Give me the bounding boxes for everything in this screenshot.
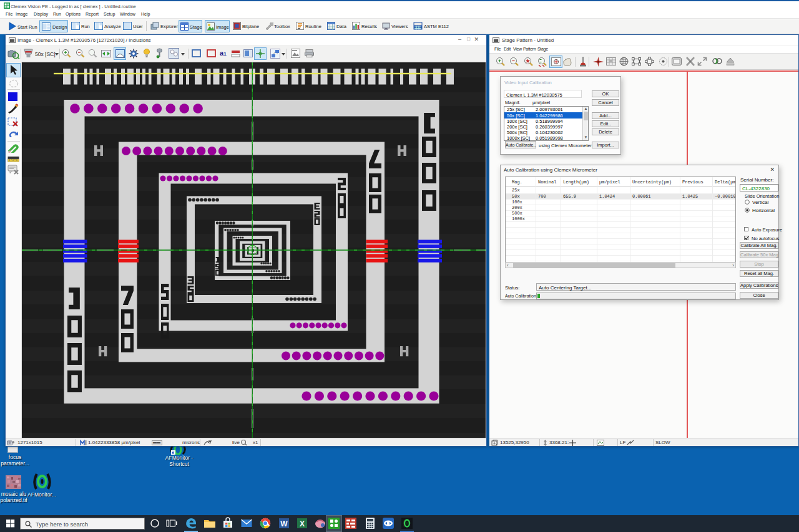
svg-text:W: W <box>280 520 288 528</box>
svg-text:X: X <box>300 520 305 528</box>
